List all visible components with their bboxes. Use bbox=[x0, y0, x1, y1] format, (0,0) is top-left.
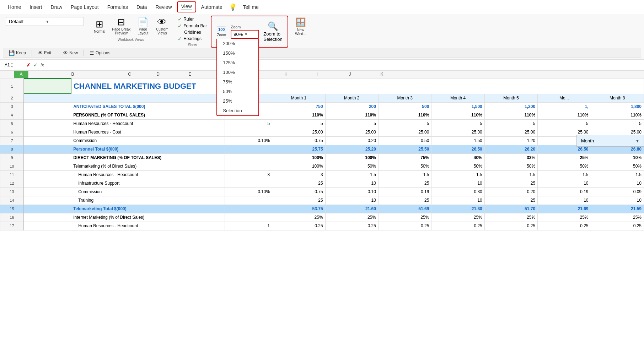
cell-b4[interactable] bbox=[24, 111, 71, 119]
cell-e5[interactable]: 5 bbox=[272, 119, 325, 128]
menu-insert[interactable]: Insert bbox=[26, 3, 45, 11]
cell-c5[interactable]: Human Resources - Headcount bbox=[71, 119, 225, 128]
zoom-option-25[interactable]: 25% bbox=[217, 96, 258, 106]
cell-h2[interactable]: Month 4 bbox=[431, 94, 484, 102]
cell-h15[interactable]: 21.80 bbox=[431, 205, 484, 213]
cell-d9[interactable] bbox=[225, 153, 272, 162]
cell-k2[interactable]: Month 8 bbox=[591, 94, 644, 102]
cell-c8[interactable]: Personnel Total $(000) bbox=[71, 145, 225, 153]
cell-f13[interactable]: 0.10 bbox=[325, 187, 378, 196]
cell-c6[interactable]: Human Resources - Cost bbox=[71, 128, 225, 136]
formula-bar-checkbox-label[interactable]: ✓ Formula Bar bbox=[178, 23, 207, 29]
menu-data[interactable]: Data bbox=[133, 3, 151, 11]
cell-g13[interactable]: 0.19 bbox=[378, 187, 431, 196]
col-header-j[interactable]: J bbox=[334, 71, 366, 78]
cell-h5[interactable]: 5 bbox=[431, 119, 484, 128]
new-button[interactable]: 👁 New bbox=[60, 49, 81, 56]
cell-g16[interactable]: 25% bbox=[378, 213, 431, 222]
cell-k4[interactable]: 110% bbox=[591, 111, 644, 119]
col-header-b[interactable]: B bbox=[28, 71, 117, 78]
cell-b5[interactable] bbox=[24, 119, 71, 128]
cell-i15[interactable]: 51.70 bbox=[484, 205, 537, 213]
cell-d10[interactable] bbox=[225, 162, 272, 170]
cell-b3[interactable] bbox=[24, 102, 71, 111]
cell-k14[interactable]: 10 bbox=[591, 196, 644, 205]
col-header-h[interactable]: H bbox=[270, 71, 302, 78]
cell-g3[interactable]: 500 bbox=[378, 102, 431, 111]
cell-k15[interactable]: 21.59 bbox=[591, 205, 644, 213]
page-layout-button[interactable]: 📄 PageLayout bbox=[134, 16, 152, 36]
menu-page-layout[interactable]: Page Layout bbox=[67, 3, 102, 11]
cell-h13[interactable]: 0.30 bbox=[431, 187, 484, 196]
cell-e16[interactable]: 25% bbox=[272, 213, 325, 222]
cell-e4[interactable]: 110% bbox=[272, 111, 325, 119]
cell-g9[interactable]: 75% bbox=[378, 153, 431, 162]
cell-d17[interactable]: 1 bbox=[225, 222, 272, 230]
cell-i13[interactable]: 0.20 bbox=[484, 187, 537, 196]
menu-view[interactable]: View bbox=[177, 1, 196, 12]
keep-button[interactable]: 💾 Keep bbox=[6, 49, 29, 56]
cell-b6[interactable] bbox=[24, 128, 71, 136]
cell-b9[interactable] bbox=[24, 153, 71, 162]
cell-i14[interactable]: 25 bbox=[484, 196, 537, 205]
cell-b7[interactable] bbox=[24, 136, 71, 145]
cell-i4[interactable]: 110% bbox=[484, 111, 537, 119]
cell-e13[interactable]: 0.75 bbox=[272, 187, 325, 196]
cell-f6[interactable]: 25.00 bbox=[325, 128, 378, 136]
cell-j5[interactable]: 5 bbox=[538, 119, 591, 128]
cell-k5[interactable]: 5 bbox=[591, 119, 644, 128]
cell-h7[interactable]: 1.50 bbox=[431, 136, 484, 145]
cell-b12[interactable] bbox=[24, 179, 71, 187]
zoom-to-selection-button[interactable]: 🔍 Zoom toSelection bbox=[261, 20, 284, 43]
zoom-option-75[interactable]: 75% bbox=[217, 77, 258, 87]
cell-b2[interactable] bbox=[24, 94, 71, 102]
cell-j15[interactable]: 21.69 bbox=[538, 205, 591, 213]
cell-b11[interactable] bbox=[24, 170, 71, 179]
col-header-k[interactable]: K bbox=[366, 71, 398, 78]
cell-c9[interactable]: DIRECT MARKETING (% OF TOTAL SALES) bbox=[71, 153, 225, 162]
cell-j9[interactable]: 25% bbox=[538, 153, 591, 162]
page-break-preview-button[interactable]: ⊟ Page BreakPreview bbox=[110, 16, 133, 36]
cell-k10[interactable]: 50% bbox=[591, 162, 644, 170]
zoom-option-125[interactable]: 125% bbox=[217, 58, 258, 67]
cell-j2[interactable]: Mo... bbox=[538, 94, 591, 102]
cell-e17[interactable]: 0.25 bbox=[272, 222, 325, 230]
cell-i5[interactable]: 5 bbox=[484, 119, 537, 128]
cell-i12[interactable]: 25 bbox=[484, 179, 537, 187]
cell-h4[interactable]: 110% bbox=[431, 111, 484, 119]
cell-b14[interactable] bbox=[24, 196, 71, 205]
cell-c16[interactable]: Internet Marketing (% of Direct Sales) bbox=[71, 213, 225, 222]
col-header-c[interactable]: C bbox=[117, 71, 142, 78]
cell-d14[interactable] bbox=[225, 196, 272, 205]
formula-input[interactable] bbox=[46, 62, 641, 69]
cell-c10[interactable]: Telemarketing (% of Direct Sales) bbox=[71, 162, 225, 170]
cell-k12[interactable]: 10 bbox=[591, 179, 644, 187]
cell-f10[interactable]: 50% bbox=[325, 162, 378, 170]
cell-i8[interactable]: 26.20 bbox=[484, 145, 537, 153]
cell-d15[interactable] bbox=[225, 205, 272, 213]
cell-f8[interactable]: 25.20 bbox=[325, 145, 378, 153]
cell-h17[interactable]: 0.25 bbox=[431, 222, 484, 230]
cell-k17[interactable]: 0.25 bbox=[591, 222, 644, 230]
cell-d16[interactable] bbox=[225, 213, 272, 222]
cell-f4[interactable]: 110% bbox=[325, 111, 378, 119]
cell-c14[interactable]: Training bbox=[71, 196, 225, 205]
cell-g4[interactable]: 110% bbox=[378, 111, 431, 119]
cell-title[interactable]: CHANNEL MARKETING BUDGET bbox=[71, 78, 644, 94]
confirm-formula-icon[interactable]: ✓ bbox=[33, 61, 38, 69]
col-header-i[interactable]: I bbox=[302, 71, 334, 78]
cell-d6[interactable] bbox=[225, 128, 272, 136]
cell-d11[interactable]: 3 bbox=[225, 170, 272, 179]
cell-i9[interactable]: 33% bbox=[484, 153, 537, 162]
cell-i3[interactable]: 1,200 bbox=[484, 102, 537, 111]
cell-e2[interactable]: Month 1 bbox=[272, 94, 325, 102]
cell-c4[interactable]: PERSONNEL (% OF TOTAL SALES) bbox=[71, 111, 225, 119]
cell-j10[interactable]: 50% bbox=[538, 162, 591, 170]
cell-g12[interactable]: 25 bbox=[378, 179, 431, 187]
cell-c11[interactable]: Human Resources - Headcount bbox=[71, 170, 225, 179]
cell-j17[interactable]: 0.25 bbox=[538, 222, 591, 230]
cell-d5[interactable]: 5 bbox=[225, 119, 272, 128]
cell-i7[interactable]: 1.20 bbox=[484, 136, 537, 145]
cell-reference-box[interactable]: A1 ▲ ▼ bbox=[3, 61, 24, 69]
cell-e7[interactable]: 0.75 bbox=[272, 136, 325, 145]
